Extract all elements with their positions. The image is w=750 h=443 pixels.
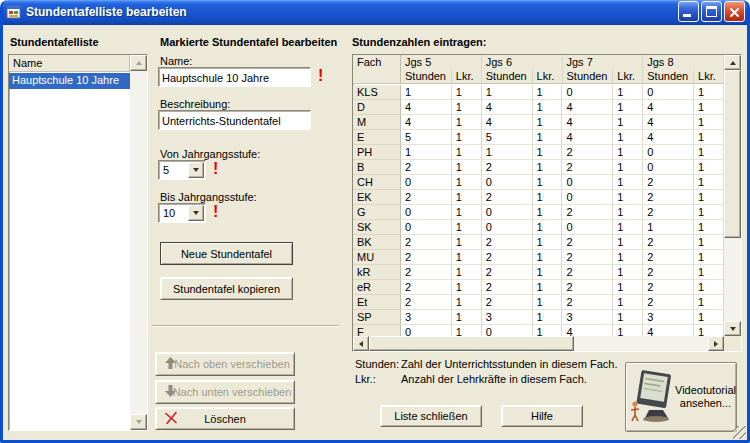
stunden-cell[interactable]: 0 (643, 160, 694, 175)
to-grade-select[interactable]: 10 (158, 203, 206, 223)
stunden-cell[interactable]: 4 (643, 130, 694, 145)
from-grade-dropdown-button[interactable] (188, 162, 204, 178)
lkr-cell[interactable]: 1 (452, 100, 482, 115)
to-grade-dropdown-button[interactable] (188, 205, 204, 221)
stunden-cell[interactable]: 2 (482, 190, 533, 205)
lkr-cell[interactable]: 1 (613, 100, 643, 115)
stunden-cell[interactable]: 0 (401, 220, 452, 235)
scroll-down-button[interactable] (130, 414, 147, 430)
stunden-cell[interactable]: 0 (562, 175, 613, 190)
lkr-cell[interactable]: 1 (533, 250, 563, 265)
stunden-cell[interactable]: 2 (401, 235, 452, 250)
video-tutorial-button[interactable]: Videotutorial ansehen... (625, 362, 737, 432)
stunden-cell[interactable]: 2 (643, 295, 694, 310)
lkr-cell[interactable]: 1 (613, 265, 643, 280)
minimize-button[interactable] (678, 1, 699, 22)
stunden-cell[interactable]: 2 (562, 280, 613, 295)
lkr-cell[interactable]: 1 (613, 190, 643, 205)
lkr-cell[interactable]: 1 (694, 250, 724, 265)
stunden-cell[interactable]: 0 (482, 325, 533, 336)
lkr-cell[interactable]: 1 (452, 115, 482, 130)
stunden-cell[interactable]: 4 (643, 115, 694, 130)
stunden-cell[interactable]: 2 (482, 265, 533, 280)
stunden-cell[interactable]: 3 (562, 310, 613, 325)
table-vscrollbar[interactable] (724, 55, 741, 336)
lkr-cell[interactable]: 1 (694, 85, 724, 100)
stunden-cell[interactable]: 2 (482, 280, 533, 295)
table-hscrollbar[interactable] (353, 336, 724, 351)
list-column-header[interactable]: Name (9, 55, 130, 72)
close-list-button[interactable]: Liste schließen (380, 405, 482, 427)
stunden-cell[interactable]: 0 (401, 325, 452, 336)
stunden-cell[interactable]: 1 (401, 145, 452, 160)
lkr-cell[interactable]: 1 (452, 250, 482, 265)
lkr-cell[interactable]: 1 (452, 235, 482, 250)
lkr-cell[interactable]: 1 (533, 205, 563, 220)
lkr-cell[interactable]: 1 (694, 145, 724, 160)
lkr-cell[interactable]: 1 (613, 145, 643, 160)
stunden-cell[interactable]: 4 (562, 100, 613, 115)
lkr-cell[interactable]: 1 (452, 160, 482, 175)
lkr-cell[interactable]: 1 (452, 265, 482, 280)
help-button[interactable]: Hilfe (501, 405, 583, 427)
maximize-button[interactable] (701, 1, 722, 22)
stunden-cell[interactable]: 0 (562, 190, 613, 205)
name-input[interactable] (158, 67, 311, 87)
lkr-cell[interactable]: 1 (533, 325, 563, 336)
lkr-cell[interactable]: 1 (613, 205, 643, 220)
stunden-cell[interactable]: 2 (562, 160, 613, 175)
lkr-cell[interactable]: 1 (613, 310, 643, 325)
new-stundentafel-button[interactable]: Neue Stundentafel (160, 242, 293, 265)
stunden-cell[interactable]: 2 (643, 265, 694, 280)
stunden-cell[interactable]: 4 (401, 115, 452, 130)
lkr-cell[interactable]: 1 (533, 115, 563, 130)
lkr-cell[interactable]: 1 (452, 220, 482, 235)
lkr-cell[interactable]: 1 (694, 220, 724, 235)
lkr-cell[interactable]: 1 (452, 205, 482, 220)
stunden-cell[interactable]: 0 (482, 175, 533, 190)
stunden-cell[interactable]: 2 (562, 295, 613, 310)
scroll-up-button[interactable] (130, 55, 147, 71)
stunden-cell[interactable]: 2 (643, 175, 694, 190)
stunden-cell[interactable]: 4 (643, 325, 694, 336)
list-scrollbar[interactable] (130, 55, 147, 430)
lkr-cell[interactable]: 1 (452, 145, 482, 160)
lkr-cell[interactable]: 1 (452, 280, 482, 295)
stunden-cell[interactable]: 0 (562, 220, 613, 235)
lkr-cell[interactable]: 1 (533, 235, 563, 250)
stunden-cell[interactable]: 5 (401, 130, 452, 145)
list-item[interactable]: Hauptschule 10 Jahre (9, 73, 130, 89)
stunden-cell[interactable]: 5 (482, 130, 533, 145)
lkr-cell[interactable]: 1 (533, 130, 563, 145)
lkr-cell[interactable]: 1 (613, 235, 643, 250)
lkr-cell[interactable]: 1 (613, 160, 643, 175)
from-grade-select[interactable]: 5 (158, 160, 206, 180)
stunden-cell[interactable]: 2 (401, 190, 452, 205)
lkr-cell[interactable]: 1 (452, 325, 482, 336)
stunden-cell[interactable]: 0 (562, 85, 613, 100)
stunden-cell[interactable]: 4 (562, 130, 613, 145)
lkr-cell[interactable]: 1 (694, 265, 724, 280)
stunden-cell[interactable]: 2 (562, 205, 613, 220)
stunden-cell[interactable]: 2 (482, 295, 533, 310)
lkr-cell[interactable]: 1 (694, 235, 724, 250)
lkr-cell[interactable]: 1 (533, 310, 563, 325)
stunden-cell[interactable]: 1 (482, 85, 533, 100)
lkr-cell[interactable]: 1 (533, 85, 563, 100)
lkr-cell[interactable]: 1 (694, 100, 724, 115)
stunden-cell[interactable]: 4 (562, 115, 613, 130)
stunden-cell[interactable]: 2 (482, 160, 533, 175)
stunden-cell[interactable]: 3 (401, 310, 452, 325)
lkr-cell[interactable]: 1 (694, 190, 724, 205)
lkr-cell[interactable]: 1 (694, 280, 724, 295)
lkr-cell[interactable]: 1 (533, 220, 563, 235)
lkr-cell[interactable]: 1 (613, 295, 643, 310)
table-scroll-right-button[interactable] (708, 336, 724, 351)
stunden-cell[interactable]: 4 (482, 115, 533, 130)
lkr-cell[interactable]: 1 (452, 295, 482, 310)
stunden-cell[interactable]: 2 (482, 235, 533, 250)
title-bar[interactable]: Stundentafelliste bearbeiten (0, 0, 750, 25)
stunden-cell[interactable]: 0 (643, 145, 694, 160)
lkr-cell[interactable]: 1 (533, 295, 563, 310)
lkr-cell[interactable]: 1 (533, 280, 563, 295)
